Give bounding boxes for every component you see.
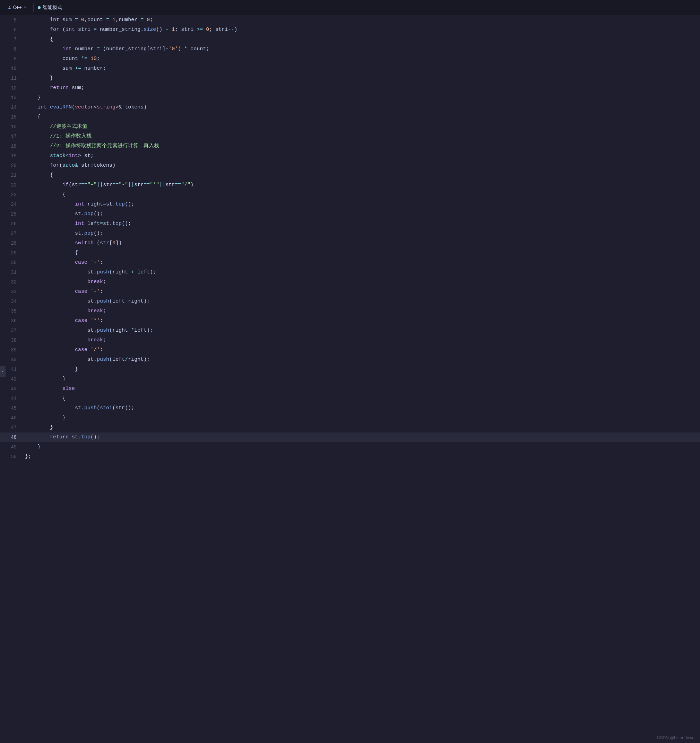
header-separator (33, 3, 34, 12)
line-num-27: 27 (0, 229, 22, 238)
line-num-38: 38 (0, 336, 22, 345)
line-num-10: 10 (0, 64, 22, 74)
line-num-28: 28 (0, 238, 22, 248)
code-area[interactable]: int sum = 0,count = 1,number = 0; for (i… (22, 15, 700, 743)
line-num-22: 22 (0, 180, 22, 190)
line-num-8: 8 (0, 44, 22, 54)
line-num-50: 50 (0, 452, 22, 462)
line-num-14: 14 (0, 102, 22, 112)
line-num-6: 6 (0, 25, 22, 35)
code-line-7: { (22, 35, 700, 44)
line-num-48: 48 (0, 432, 22, 442)
line-num-9: 9 (0, 54, 22, 64)
code-line-37: st.push(right *left); (22, 326, 700, 336)
code-line-9: count *= 10; (22, 54, 700, 64)
code-line-35: break; (22, 306, 700, 316)
code-line-33: case '-': (22, 287, 700, 297)
lang-icon: i (8, 5, 11, 10)
editor-header: i C++ ∨ 智能模式 (0, 0, 700, 15)
line-num-11: 11 (0, 74, 22, 83)
code-line-15: { (22, 112, 700, 122)
code-line-39: case '/': (22, 345, 700, 355)
code-line-29: { (22, 248, 700, 258)
line-num-5: 5 (0, 15, 22, 25)
code-line-20: for(auto& str:tokens) (22, 161, 700, 170)
code-line-38: break; (22, 336, 700, 345)
line-num-45: 45 (0, 403, 22, 413)
line-num-13: 13 (0, 93, 22, 102)
line-num-17: 17 (0, 132, 22, 141)
line-num-24: 24 (0, 200, 22, 209)
code-line-31: st.push(right + left); (22, 268, 700, 277)
line-num-36: 36 (0, 316, 22, 326)
line-num-49: 49 (0, 442, 22, 452)
code-line-24: int right=st.top(); (22, 200, 700, 209)
code-line-48: return st.top(); (22, 432, 700, 442)
mode-label: 智能模式 (43, 4, 62, 11)
code-line-23: { (22, 190, 700, 200)
code-line-12: return sum; (22, 83, 700, 93)
line-num-21: 21 (0, 170, 22, 180)
line-num-15: 15 (0, 112, 22, 122)
code-line-6: for (int stri = number_string.size() - 1… (22, 25, 700, 35)
lang-label: C++ (13, 5, 22, 10)
line-num-16: 16 (0, 122, 22, 132)
language-selector[interactable]: i C++ ∨ (6, 3, 29, 12)
code-line-18: //2: 操作符取栈顶两个元素进行计算，再入栈 (22, 141, 700, 151)
code-line-8: int number = (number_string[stri]-'0') *… (22, 44, 700, 54)
line-numbers: 5 6 7 8 9 10 11 12 13 14 15 16 17 18 19 … (0, 15, 22, 743)
code-line-11: } (22, 74, 700, 83)
code-line-10: sum += number; (22, 64, 700, 74)
line-num-34: 34 (0, 297, 22, 306)
sidebar-toggle[interactable]: ‹ (0, 366, 6, 377)
code-line-14: int evalRPN(vector<string>& tokens) (22, 102, 700, 112)
line-num-43: 43 (0, 384, 22, 394)
line-num-29: 29 (0, 248, 22, 258)
code-line-43: else (22, 384, 700, 394)
editor-container: 5 6 7 8 9 10 11 12 13 14 15 16 17 18 19 … (0, 15, 700, 743)
code-line-49: } (22, 442, 700, 452)
line-num-7: 7 (0, 35, 22, 44)
code-line-46: } (22, 413, 700, 423)
chevron-down-icon: ∨ (24, 5, 26, 10)
code-line-41: } (22, 364, 700, 374)
line-num-33: 33 (0, 287, 22, 297)
line-num-19: 19 (0, 151, 22, 161)
code-line-50: }; (22, 452, 700, 462)
line-num-44: 44 (0, 394, 22, 403)
code-line-30: case '+': (22, 258, 700, 268)
code-line-42: } (22, 374, 700, 384)
line-num-35: 35 (0, 306, 22, 316)
code-line-21: { (22, 170, 700, 180)
code-line-45: st.push(stoi(str)); (22, 403, 700, 413)
line-num-25: 25 (0, 209, 22, 219)
line-num-40: 40 (0, 355, 22, 364)
line-num-23: 23 (0, 190, 22, 200)
line-num-26: 26 (0, 219, 22, 229)
line-num-37: 37 (0, 326, 22, 336)
line-num-20: 20 (0, 161, 22, 170)
code-line-19: stack<int> st; (22, 151, 700, 161)
line-num-39: 39 (0, 345, 22, 355)
line-num-46: 46 (0, 413, 22, 423)
line-num-47: 47 (0, 423, 22, 432)
line-num-31: 31 (0, 268, 22, 277)
code-line-27: st.pop(); (22, 229, 700, 238)
code-line-34: st.push(left-right); (22, 297, 700, 306)
code-line-16: //逆波兰式求值 (22, 122, 700, 132)
code-line-40: st.push(left/right); (22, 355, 700, 364)
code-line-25: st.pop(); (22, 209, 700, 219)
code-line-22: if(str=="+"||str=="-"||str=="*"||str=="/… (22, 180, 700, 190)
code-line-47: } (22, 423, 700, 432)
code-line-26: int left=st.top(); (22, 219, 700, 229)
code-line-5: int sum = 0,count = 1,number = 0; (22, 15, 700, 25)
code-line-32: break; (22, 277, 700, 287)
line-num-32: 32 (0, 277, 22, 287)
mode-indicator: 智能模式 (38, 4, 62, 11)
code-line-44: { (22, 394, 700, 403)
line-num-18: 18 (0, 141, 22, 151)
footer: CSDN @bitter down (657, 736, 694, 740)
code-line-28: switch (str[0]) (22, 238, 700, 248)
code-line-36: case '*': (22, 316, 700, 326)
code-line-13: } (22, 93, 700, 102)
